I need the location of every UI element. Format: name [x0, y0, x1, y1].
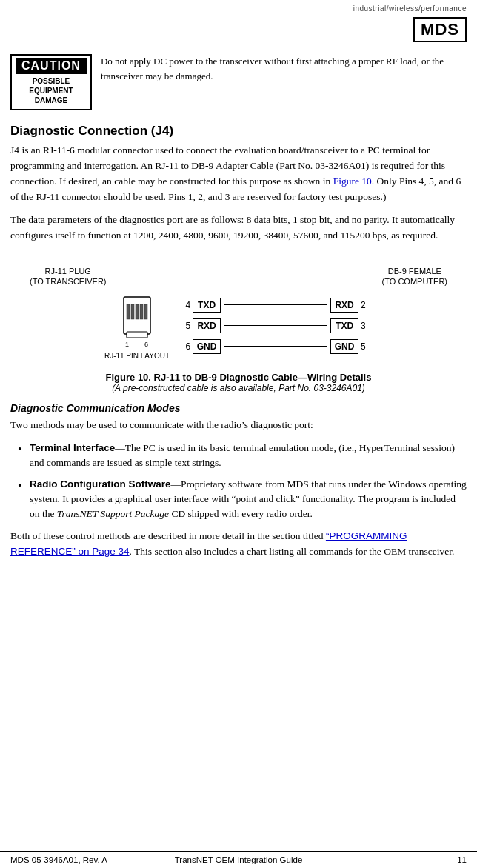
svg-rect-1 [127, 332, 147, 338]
transnet-book: TransNET Support Package [57, 508, 169, 519]
caution-subtitle: POSSIBLE EQUIPMENT DAMAGE [16, 76, 87, 105]
right-pin-label-rxd: RXD [330, 298, 358, 313]
logo-area: MDS [0, 14, 477, 47]
footer-right: 11 [353, 855, 467, 864]
rj11-plug-label: RJ-11 PLUG (TO TRANSCEIVER) [30, 266, 107, 287]
mds-logo: MDS [413, 17, 467, 42]
radio-config-rest: CD shipped with every radio order. [169, 508, 313, 519]
main-content: Diagnostic Connection (J4) J4 is an RJ-1… [0, 124, 477, 560]
section2-para3: Both of these control methods are descri… [10, 529, 467, 560]
left-pin-num-5: 5 [179, 321, 190, 331]
right-pin-row-rxd: RXD 2 [330, 295, 373, 316]
footer-left: MDS 05-3946A01, Rev. A [10, 855, 124, 864]
rj11-svg: 1 6 [118, 291, 156, 350]
caution-box: CAUTION POSSIBLE EQUIPMENT DAMAGE [10, 54, 92, 110]
diagram-top-labels: RJ-11 PLUG (TO TRANSCEIVER) DB-9 FEMALE … [15, 266, 462, 287]
right-pin-label-txd: TXD [330, 318, 358, 333]
bullet-radio-config: Radio Configuration Software—Proprietary… [18, 477, 467, 522]
section1-para1: J4 is an RJ-11-6 modular connector used … [10, 143, 467, 205]
diagram-body: 1 6 RJ-11 PIN LAYOUT 4 TXD 5 RXD 6 [15, 291, 462, 360]
svg-text:1: 1 [125, 341, 129, 348]
caution-text: Do not apply DC power to the transceiver… [101, 54, 467, 83]
left-pin-row-gnd: 6 GND [179, 336, 221, 357]
section1-para2: The data parameters of the diagnostics p… [10, 213, 467, 244]
right-pin-num-2: 2 [361, 300, 373, 310]
left-pin-label-gnd: GND [193, 339, 221, 354]
diag-comm-title: Diagnostic Communication Modes [10, 402, 467, 414]
svg-rect-6 [144, 304, 147, 319]
figure-caption: Figure 10. RJ-11 to DB-9 Diagnostic Cabl… [10, 372, 467, 393]
svg-rect-5 [140, 304, 143, 319]
right-pin-num-3: 3 [361, 321, 373, 331]
wire-line-3 [224, 346, 327, 347]
rj11-connector-drawing: 1 6 RJ-11 PIN LAYOUT [104, 291, 170, 360]
section-title-j4: Diagnostic Connection (J4) [10, 124, 467, 138]
tagline: industrial/wireless/performance [0, 0, 477, 14]
rj11-pin-layout-label: RJ-11 PIN LAYOUT [104, 352, 170, 360]
right-pin-row-gnd: GND 5 [330, 336, 373, 357]
figure-caption-sub: (A pre-constructed cable is also availab… [10, 383, 467, 393]
left-pin-num-6: 6 [179, 341, 190, 352]
wire-line-1 [224, 304, 327, 305]
svg-rect-3 [131, 304, 134, 319]
svg-text:6: 6 [144, 341, 148, 348]
left-pin-label-txd: TXD [193, 298, 221, 313]
terminal-interface-term: Terminal Interface [30, 442, 115, 453]
wire-line-2 [224, 325, 327, 326]
svg-rect-4 [136, 304, 139, 319]
bullet-list: Terminal Interface—The PC is used in its… [18, 441, 467, 521]
left-pin-row-txd: 4 TXD [179, 295, 221, 316]
radio-config-term: Radio Configuration Software [30, 478, 171, 490]
wire-lines [224, 295, 327, 357]
right-pin-num-5: 5 [361, 341, 373, 352]
diag-comm-intro: Two methods may be used to communicate w… [10, 418, 467, 433]
footer-center: TransNET OEM Integration Guide [124, 855, 353, 864]
db9-label: DB-9 FEMALE (TO COMPUTER) [382, 266, 447, 287]
left-pin-row-rxd: 5 RXD [179, 316, 221, 336]
right-pin-row-txd: TXD 3 [330, 316, 373, 336]
left-pin-group: 4 TXD 5 RXD 6 GND [179, 295, 221, 357]
figure10-link[interactable]: Figure 10 [333, 176, 372, 187]
right-pin-group: RXD 2 TXD 3 GND 5 [330, 295, 373, 357]
left-pin-label-rxd: RXD [193, 318, 221, 333]
caution-section: CAUTION POSSIBLE EQUIPMENT DAMAGE Do not… [10, 54, 467, 110]
figure-caption-main: Figure 10. RJ-11 to DB-9 Diagnostic Cabl… [10, 372, 467, 383]
wiring-diagram: RJ-11 PLUG (TO TRANSCEIVER) DB-9 FEMALE … [10, 257, 467, 367]
caution-title: CAUTION [16, 58, 87, 74]
right-pin-label-gnd: GND [330, 339, 358, 354]
svg-rect-2 [127, 304, 130, 319]
bullet-terminal: Terminal Interface—The PC is used in its… [18, 441, 467, 471]
left-pin-num-4: 4 [179, 300, 190, 310]
footer: MDS 05-3946A01, Rev. A TransNET OEM Inte… [0, 851, 477, 868]
